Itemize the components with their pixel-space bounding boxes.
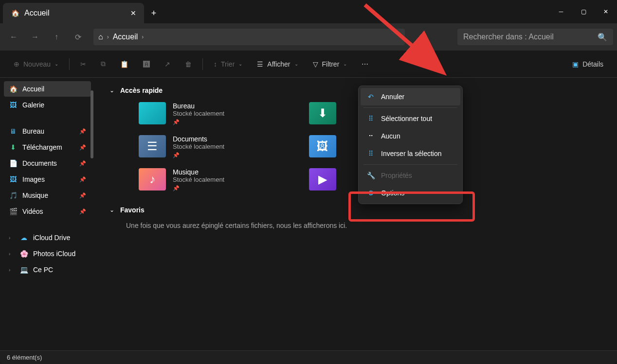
ctx-label: Propriétés [381, 172, 412, 179]
new-button[interactable]: ⊕ Nouveau ⌄ [10, 57, 62, 71]
sidebar-item-icloud-drive[interactable]: › ☁ iCloud Drive [4, 230, 91, 245]
chevron-right-icon[interactable]: › [9, 267, 15, 273]
close-tab-icon[interactable]: ✕ [130, 9, 136, 17]
view-label: Afficher [267, 60, 290, 68]
chevron-right-icon[interactable]: › [9, 235, 15, 241]
chevron-down-icon: ⌄ [294, 61, 298, 67]
plus-circle-icon: ⊕ [14, 60, 19, 68]
navbar: ← → ↑ ⟳ ⌂ › Accueil › Rechercher dans : … [0, 23, 617, 51]
sort-button[interactable]: ↕ Trier ⌄ [210, 57, 246, 71]
pictures-icon: 🖼 [9, 175, 18, 184]
sort-label: Trier [221, 60, 235, 68]
chevron-right-icon[interactable]: › [9, 251, 15, 257]
ctx-options[interactable]: ⚙ Options [361, 184, 460, 202]
pin-icon: 📌 [173, 119, 224, 125]
folder-name: Bureau [173, 102, 224, 110]
section-favoris[interactable]: ⌄ Favoris [109, 206, 602, 214]
more-button[interactable]: ⋯ [358, 57, 372, 71]
sidebar-item-documents[interactable]: 📄 Documents 📌 [4, 156, 91, 171]
panel-icon: ▣ [572, 60, 579, 68]
view-button[interactable]: ☰ Afficher ⌄ [253, 57, 302, 71]
folder-item-bureau[interactable]: Bureau Stocké localement 📌 [139, 102, 290, 125]
forward-button[interactable]: → [25, 27, 45, 47]
ctx-label: Inverser la sélection [381, 150, 442, 157]
chevron-right-icon: › [142, 34, 144, 40]
funnel-icon: ▽ [313, 60, 318, 68]
folder-name: Musique [173, 168, 224, 176]
section-title: Favoris [120, 206, 145, 214]
select-none-icon: ⠒ [366, 132, 375, 140]
separator [69, 58, 70, 70]
ctx-select-all[interactable]: ⠿ Sélectionner tout [361, 110, 460, 127]
filter-button[interactable]: ▽ Filtrer ⌄ [309, 57, 351, 71]
folder-name: Documents [173, 135, 224, 143]
pc-icon: 💻 [19, 265, 28, 274]
pin-icon: 📌 [79, 192, 86, 199]
sidebar-item-label: Accueil [22, 85, 44, 93]
ctx-select-none[interactable]: ⠒ Aucun [361, 127, 460, 145]
clipboard-icon: 📋 [120, 60, 128, 68]
home-icon: 🏠 [9, 85, 18, 93]
chevron-down-icon: ⌄ [109, 87, 114, 94]
toolbar: ⊕ Nouveau ⌄ ✂ ⧉ 📋 🅰 ↗ 🗑 ↕ Trier ⌄ ☰ Affi… [0, 51, 617, 78]
tab-accueil[interactable]: 🏠 Accueil ✕ [3, 3, 144, 23]
search-input[interactable]: Rechercher dans : Accueil 🔍 [457, 29, 613, 45]
status-bar: 6 élément(s) [0, 350, 617, 364]
ctx-invert-selection[interactable]: ⠿ Inverser la sélection [361, 145, 460, 162]
details-label: Détails [582, 60, 603, 68]
back-button[interactable]: ← [4, 27, 23, 47]
desktop-icon: 🖥 [9, 127, 18, 136]
copy-icon: ⧉ [101, 60, 106, 68]
ctx-undo[interactable]: ↶ Annuler [361, 88, 460, 105]
sidebar-item-accueil[interactable]: 🏠 Accueil [4, 81, 91, 97]
separator [202, 58, 203, 70]
view-icon: ☰ [257, 60, 263, 68]
delete-button[interactable]: 🗑 [181, 57, 196, 71]
chevron-down-icon: ⌄ [109, 207, 114, 213]
sidebar-item-bureau[interactable]: 🖥 Bureau 📌 [4, 123, 91, 139]
search-icon: 🔍 [598, 33, 607, 42]
address-bar[interactable]: ⌂ › Accueil › [93, 29, 405, 45]
sidebar-item-ce-pc[interactable]: › 💻 Ce PC [4, 262, 91, 277]
content-area: ⌄ Accès rapide Bureau Stocké localement … [95, 78, 617, 350]
scrollbar-thumb[interactable] [91, 90, 93, 158]
up-button[interactable]: ↑ [47, 27, 66, 47]
new-tab-button[interactable]: + [144, 3, 163, 23]
music-icon: 🎵 [9, 191, 18, 200]
folder-item-documents[interactable]: ☰ Documents Stocké localement 📌 [139, 135, 290, 158]
folder-icon: ☰ [139, 135, 166, 157]
sidebar-item-videos[interactable]: 🎬 Vidéos 📌 [4, 204, 91, 219]
rename-icon: 🅰 [143, 60, 150, 68]
status-count: 6 élément(s) [7, 354, 42, 361]
ctx-label: Annuler [381, 93, 404, 101]
breadcrumb[interactable]: Accueil [113, 33, 138, 41]
cloud-icon: ☁ [19, 233, 28, 242]
sidebar-item-images[interactable]: 🖼 Images 📌 [4, 172, 91, 187]
chevron-down-icon: ⌄ [343, 61, 347, 67]
undo-icon: ↶ [366, 92, 375, 101]
refresh-button[interactable]: ⟳ [68, 27, 88, 47]
share-button[interactable]: ↗ [161, 57, 174, 71]
copy-button[interactable]: ⧉ [97, 57, 109, 71]
section-quick-access[interactable]: ⌄ Accès rapide [109, 87, 602, 94]
sidebar-item-telechargements[interactable]: ⬇ Téléchargem 📌 [4, 139, 91, 155]
document-icon: 📄 [9, 159, 18, 168]
close-window-button[interactable]: ✕ [595, 0, 617, 23]
cut-button[interactable]: ✂ [76, 57, 90, 71]
ctx-label: Sélectionner tout [381, 115, 432, 122]
details-button[interactable]: ▣ Détails [568, 57, 607, 71]
folder-icon [139, 102, 166, 124]
invert-icon: ⠿ [366, 149, 375, 158]
minimize-button[interactable]: ─ [550, 0, 572, 23]
sidebar-item-musique[interactable]: 🎵 Musique 📌 [4, 188, 91, 203]
sidebar-item-photos-icloud[interactable]: › 🌸 Photos iCloud [4, 246, 91, 261]
folder-item-musique[interactable]: ♪ Musique Stocké localement 📌 [139, 168, 290, 191]
sidebar-item-galerie[interactable]: 🖼 Galerie [4, 97, 91, 113]
chevron-down-icon: ⌄ [54, 61, 58, 67]
folder-icon: ⬇ [309, 102, 336, 124]
rename-button[interactable]: 🅰 [139, 57, 154, 71]
ctx-label: Aucun [381, 132, 400, 140]
paste-button[interactable]: 📋 [116, 57, 132, 71]
menu-separator [363, 164, 457, 165]
maximize-button[interactable]: ▢ [572, 0, 595, 23]
